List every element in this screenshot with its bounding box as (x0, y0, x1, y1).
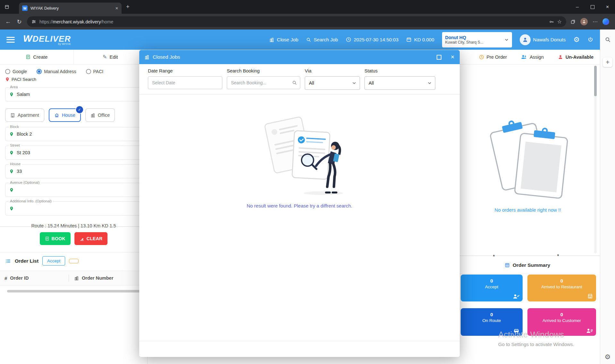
app-window: W WIYAK Delivery ✕ + ─ ✕ ← ↻ https://mer… (0, 0, 615, 364)
tab-assign[interactable]: Assign (521, 54, 544, 60)
block-field[interactable]: Block Block 2 (5, 127, 142, 141)
browser-tab[interactable]: W WIYAK Delivery ✕ (19, 3, 122, 14)
avenue-field[interactable]: Avenue (Optional) (5, 183, 142, 197)
status-select[interactable]: All (364, 76, 435, 90)
building-icon (269, 37, 274, 42)
house-field[interactable]: House 33 (5, 164, 142, 178)
via-filter: Via All (305, 68, 360, 90)
collapse-down-icon[interactable]: ▼ (557, 254, 559, 257)
filter-accept-button[interactable]: Accept (42, 256, 65, 266)
field-value: St 203 (17, 150, 30, 155)
vertical-scrollbar[interactable] (594, 66, 597, 253)
maximize-icon (591, 5, 594, 9)
booking-panel: Create ✎ Edit Google Manual Address PACI… (0, 50, 148, 364)
branch-selector[interactable]: Donut HQ Kuwait City, Sharq S... (442, 32, 512, 47)
car-icon (513, 327, 520, 334)
favorite-star-icon[interactable]: ☆ (557, 19, 562, 25)
selected-check-badge: ✓ (75, 106, 84, 114)
branch-name: Donut HQ (445, 35, 502, 40)
power-icon[interactable] (587, 37, 594, 43)
browser-menu-icon[interactable]: ⋯ (593, 19, 598, 25)
summary-card-arrived-restaurant[interactable]: 0 Arrived to Restaurant (527, 275, 596, 301)
radio-icon (86, 69, 91, 74)
user-menu[interactable]: Nawafs Donuts (520, 34, 566, 45)
new-tab-button[interactable]: + (126, 4, 130, 10)
modal-footer (139, 341, 460, 357)
collections-icon[interactable] (570, 19, 576, 24)
settings-gear-icon[interactable]: ⚙ (573, 36, 580, 43)
tab-pre-order[interactable]: Pre Order (479, 55, 507, 60)
order-summary-title: Order Summary (513, 262, 550, 268)
tab-edit[interactable]: ✎ Edit (74, 50, 148, 64)
horizontal-scrollbar[interactable] (7, 290, 144, 292)
building-type-apartment[interactable]: Apartment (5, 108, 44, 122)
back-icon[interactable]: ← (4, 18, 12, 25)
branch-address: Kuwait City, Sharq S... (445, 40, 502, 45)
tab-un-available[interactable]: Un-Available (558, 55, 594, 60)
list-icon (5, 258, 11, 264)
url-bar[interactable]: https://merchant.wiyak.delivery/home ☆ (27, 16, 566, 27)
menu-hamburger-icon[interactable] (6, 37, 15, 43)
location-pin-icon (5, 77, 10, 82)
via-select[interactable]: All (305, 76, 360, 90)
browser-profile-avatar[interactable] (580, 18, 588, 25)
building-type-office[interactable]: Office (85, 108, 115, 122)
mode-google-radio[interactable]: Google (5, 69, 27, 74)
grid-icon (505, 263, 510, 268)
apartment-icon (10, 113, 15, 118)
modal-close-icon[interactable]: ✕ (450, 54, 455, 60)
close-job-label: Close Job (277, 37, 298, 42)
summary-card-arrived-customer[interactable]: 0 Arrived to Customer (527, 308, 596, 336)
column-order-id-label: Order ID (10, 275, 29, 281)
clear-button[interactable]: CLEAR (74, 232, 108, 245)
maximize-button[interactable] (585, 0, 600, 14)
building-type-label: Apartment (18, 113, 39, 118)
copilot-icon[interactable] (602, 18, 609, 25)
card-count: 0 (490, 312, 493, 317)
sidebar-add-icon[interactable]: + (603, 57, 612, 67)
close-window-button[interactable]: ✕ (600, 0, 615, 14)
tab-create[interactable]: Create (0, 50, 74, 64)
building-type-house[interactable]: House ✓ (49, 108, 81, 122)
area-field[interactable]: Area Salam (5, 87, 142, 101)
sidebar-search-icon[interactable] (605, 37, 611, 43)
card-count: 0 (560, 312, 563, 317)
date-range-input[interactable] (148, 76, 222, 89)
field-label: Street (9, 143, 21, 147)
site-info-icon[interactable] (31, 19, 36, 24)
minimize-button[interactable]: ─ (570, 0, 585, 14)
field-label: House (9, 162, 22, 166)
close-job-button[interactable]: Close Job (269, 37, 298, 42)
mode-paci-radio[interactable]: PACI (86, 69, 104, 74)
route-summary: Route : 15.24 Minutes | 13.10 Km KD 1.5 (5, 223, 142, 228)
tab-assign-label: Assign (530, 55, 544, 60)
modal-maximize-icon[interactable] (437, 55, 441, 60)
building-icon (144, 55, 149, 60)
search-booking-input[interactable] (227, 76, 300, 89)
modal-header[interactable]: Closed Jobs ✕ (139, 50, 460, 64)
mode-manual-radio[interactable]: Manual Address (37, 69, 76, 74)
book-button[interactable]: BOOK (40, 232, 71, 245)
browser-titlebar: W WIYAK Delivery ✕ + ─ ✕ (0, 0, 615, 14)
paci-search-link[interactable]: PACI Search (5, 77, 142, 82)
search-icon[interactable] (292, 80, 297, 85)
summary-card-accept[interactable]: 0 Accept (461, 275, 523, 301)
filter-arrived-restaurant-button[interactable] (69, 259, 79, 263)
tab-create-label: Create (33, 54, 47, 60)
search-job-button[interactable]: Search Job (306, 37, 338, 42)
user-avatar (520, 34, 531, 45)
status-value: All (369, 80, 374, 86)
building-icon (74, 276, 79, 281)
collapse-up-icon[interactable]: ▲ (492, 254, 495, 257)
refresh-icon[interactable]: ↻ (16, 18, 23, 25)
street-field[interactable]: Street St 203 (5, 146, 142, 160)
additional-info-field[interactable]: Additional Info. (Optional) (5, 201, 142, 216)
summary-card-on-route[interactable]: 0 On Route (461, 308, 523, 336)
sidebar-settings-icon[interactable]: ⚙ (605, 353, 611, 360)
tab-close-icon[interactable]: ✕ (115, 6, 118, 11)
order-list-title: Order List (15, 258, 38, 264)
password-key-icon[interactable] (549, 19, 554, 24)
radio-checked-icon (37, 69, 42, 74)
modal-filters: Date Range Search Booking Via All (139, 64, 460, 95)
scrollbar-thumb[interactable] (594, 66, 597, 96)
